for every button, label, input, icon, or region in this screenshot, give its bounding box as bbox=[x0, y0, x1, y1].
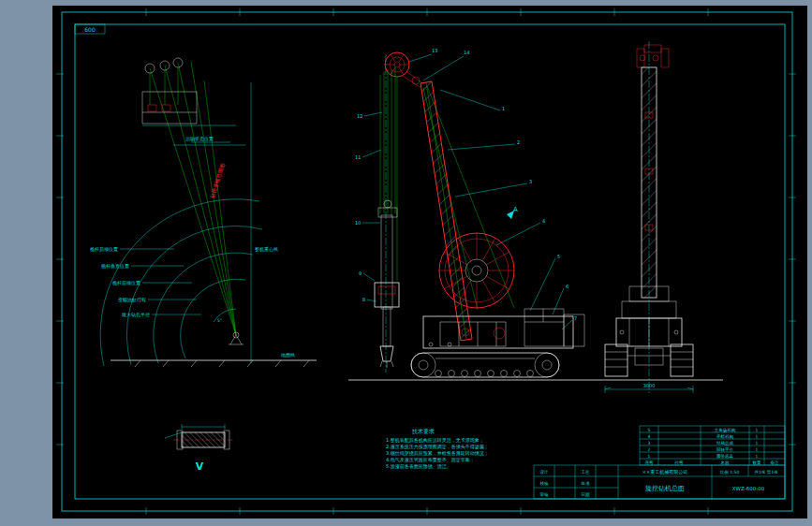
left-label-3: 变幅油缸行程 bbox=[118, 297, 146, 303]
note-line-4: 4.电气及液压管路应布置整齐、固定牢靠； bbox=[386, 457, 475, 463]
callout-2: 2 bbox=[517, 139, 520, 145]
note-line-3: 3.钢丝绳穿绕后应预紧，并检查各滑轮转动情况； bbox=[386, 450, 489, 457]
callout-10: 10 bbox=[355, 220, 361, 226]
left-label-2: 桅杆前倾位置 bbox=[112, 280, 140, 286]
callout-5: 5 bbox=[557, 254, 560, 259]
tb-field: 审核 bbox=[540, 492, 550, 497]
tb-sheet: 共1张 第1张 bbox=[754, 470, 778, 475]
cad-drawing: 600 桅杆后倾位置 桅杆垂直位置 桅杆前倾位置 bbox=[0, 0, 812, 526]
callout-4: 4 bbox=[542, 218, 545, 224]
callout-14: 14 bbox=[464, 50, 469, 55]
bom-cell: 变幅机构 bbox=[716, 433, 734, 440]
bom-header: 名称 bbox=[721, 460, 731, 465]
bom-header: 代号 bbox=[674, 460, 685, 465]
tb-field: 工艺 bbox=[582, 469, 591, 475]
bom-cell: 3 bbox=[648, 441, 651, 446]
callout-11: 11 bbox=[355, 154, 361, 160]
bom-cell: 2 bbox=[648, 447, 651, 452]
left-label-4: 最大钻孔半径 bbox=[122, 312, 150, 318]
bom-cell: 履带底盘 bbox=[716, 454, 734, 459]
bom-header: 数量 bbox=[753, 460, 762, 465]
bom-header: 备注 bbox=[771, 460, 780, 465]
bom-cell: 1 bbox=[756, 441, 759, 446]
note-line-2: 2.液压系统压力按原理图调定，各接头不得渗漏； bbox=[386, 444, 489, 450]
corner-label: 600 bbox=[84, 26, 96, 33]
callout-1: 1 bbox=[502, 106, 505, 111]
tb-drawing-name: 旋挖钻机总图 bbox=[645, 485, 685, 492]
bom-cell: 1 bbox=[756, 454, 759, 459]
detail-label-v: V bbox=[196, 460, 204, 473]
bom-cell: 4 bbox=[648, 434, 651, 439]
bom-cell: 1 bbox=[756, 428, 759, 432]
tb-drawing-no: XWZ-600-00 bbox=[732, 486, 765, 491]
tb-company: ××重工机械有限公司 bbox=[642, 469, 687, 475]
callout-6: 6 bbox=[566, 284, 568, 289]
bom-cell: 1 bbox=[756, 447, 759, 452]
notes-title: 技术要求 bbox=[411, 428, 435, 435]
bom-header: 序号 bbox=[645, 460, 655, 465]
rear-mast-lattice bbox=[642, 67, 657, 298]
callout-13: 13 bbox=[432, 48, 437, 53]
bom-cell: 回转平台 bbox=[716, 446, 733, 452]
left-label-5: 整机重心线 bbox=[255, 246, 278, 252]
transport-label: 运输状态位置 bbox=[185, 136, 214, 142]
callout-12: 12 bbox=[357, 113, 362, 119]
callout-7: 7 bbox=[574, 315, 577, 321]
tb-field: 校核 bbox=[540, 481, 550, 486]
bom-cell: 5 bbox=[648, 428, 651, 432]
bom-cell: 钻桅总成 bbox=[716, 440, 734, 446]
note-line-5: 5.涂漆前各表面应除锈、清洁。 bbox=[386, 463, 451, 470]
tb-field: 批准 bbox=[581, 481, 591, 486]
left-label-1: 桅杆垂直位置 bbox=[101, 263, 129, 270]
section-marker-a: A bbox=[513, 206, 518, 213]
angle-label: 5° bbox=[217, 318, 222, 323]
track-gauge-dim: 3000 bbox=[643, 383, 656, 388]
note-line-1: 1.整机装配后各机构应运转灵活，无卡滞现象； bbox=[386, 437, 484, 444]
left-label-6: 地面线 bbox=[280, 352, 295, 358]
callout-3: 3 bbox=[529, 179, 532, 184]
callout-9: 9 bbox=[359, 270, 362, 276]
tb-field: 日期 bbox=[582, 492, 591, 497]
left-label-0: 桅杆后倾位置 bbox=[90, 246, 118, 253]
tb-field: 设计 bbox=[540, 469, 550, 475]
bom-cell: 1 bbox=[648, 454, 651, 459]
bom-cell: 1 bbox=[756, 434, 759, 439]
callout-8: 8 bbox=[362, 297, 365, 302]
